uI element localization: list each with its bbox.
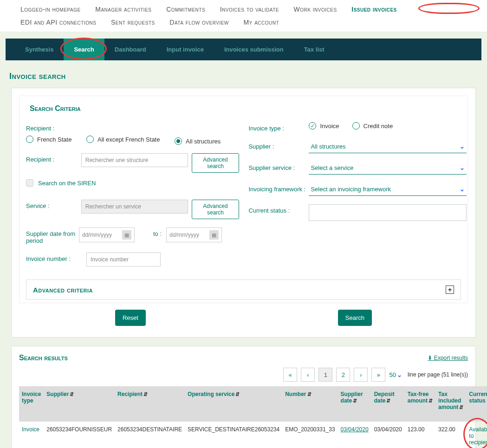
radio-except-french[interactable]: All except French State [86, 136, 160, 143]
pager-prev[interactable]: ‹ [301, 368, 315, 382]
calendar-icon: ▦ [209, 230, 219, 240]
sort-icon: ⇵ [459, 404, 463, 410]
sort-icon: ⇵ [235, 391, 240, 397]
nav-logged-in[interactable]: Logged-in homepage [14, 3, 87, 16]
radio-all-structures[interactable]: All structures [175, 137, 221, 145]
advanced-criteria-bar[interactable]: Advanced criteria + [26, 279, 461, 300]
calendar-icon: ▦ [122, 230, 131, 240]
pager-page-2[interactable]: 2 [336, 368, 350, 382]
framework-dropdown[interactable]: Select an invoicing framework ⌄ [309, 183, 467, 196]
to-label: to : [135, 227, 166, 237]
invoice-number-input[interactable] [86, 253, 161, 266]
recipient-advanced-search[interactable]: Advanced search [192, 153, 240, 173]
framework-label: Invoicing framework : [248, 183, 309, 193]
th-deposit-date[interactable]: Deposit date⇵ [371, 386, 405, 422]
supplier-label: Supplier : [248, 140, 309, 150]
pager-first[interactable]: « [283, 368, 297, 382]
tab-input[interactable]: Input invoice [156, 39, 214, 60]
cell-supplier: 26053234FOURNISSEUR [44, 422, 115, 448]
date-from[interactable]: dd/mm/yyyy▦ [79, 227, 135, 242]
tab-submission[interactable]: Invoices submission [214, 39, 294, 60]
highlight-issued-invoices [418, 3, 480, 14]
th-supplier[interactable]: Supplier⇵ [44, 386, 115, 422]
sort-icon: ⇵ [70, 391, 74, 397]
siren-checkbox[interactable] [26, 179, 33, 187]
nav-sent[interactable]: Sent requests [104, 16, 162, 29]
chevron-down-icon: ⌄ [460, 186, 465, 193]
invoice-type-label: Invoice type : [248, 122, 309, 132]
supplier-service-dropdown[interactable]: Select a service ⌄ [309, 162, 467, 175]
radio-french-state[interactable]: French State [26, 136, 71, 143]
nav-work[interactable]: Work invoices [287, 3, 344, 16]
check-invoice[interactable]: Invoice [309, 122, 339, 130]
results-panel: Search results ⬇ Export results « ‹ 1 2 … [11, 346, 476, 448]
pager-last[interactable]: » [371, 368, 385, 382]
pager-next[interactable]: › [354, 368, 368, 382]
cell-deposit-date: 03/04/2020 [371, 422, 405, 448]
current-status-label: Current status : [248, 204, 309, 214]
chevron-down-icon: ⌄ [397, 371, 402, 378]
pager-page-1[interactable]: 1 [318, 368, 332, 382]
reset-button[interactable]: Reset [115, 310, 146, 326]
sort-icon: ⇵ [307, 391, 312, 397]
sort-icon: ⇵ [386, 398, 390, 403]
nav-manager[interactable]: Manager activities [89, 3, 158, 16]
criteria-title: Search Criteria [30, 104, 461, 113]
page-title: Invoice search [0, 60, 487, 86]
recipient2-label: Recipient : [26, 153, 81, 163]
tab-search[interactable]: Search [64, 39, 104, 60]
th-supplier-date[interactable]: Supplier date⇵ [338, 386, 371, 422]
cell-tax-included: 322.00 [435, 422, 466, 448]
recipient-label: Recipient : [26, 122, 86, 132]
th-invoice-type[interactable]: Invoice type [19, 386, 44, 422]
current-status-input[interactable] [309, 204, 467, 221]
th-operating-service[interactable]: Operating service⇵ [185, 386, 282, 422]
service-advanced-search[interactable]: Advanced search [192, 200, 240, 219]
check-credit-note[interactable]: Credit note [352, 122, 393, 130]
invoice-num-label: Invoice number : [26, 253, 86, 262]
per-page-select[interactable]: 50⌄ [389, 371, 402, 378]
cell-tax-free: 123.00 [405, 422, 435, 448]
nav-commitments[interactable]: Commitments [160, 3, 212, 16]
from-label: from [63, 227, 79, 237]
cell-supplier-date[interactable]: 03/04/2020 [338, 422, 371, 448]
nav-dataflow[interactable]: Data flow overview [163, 16, 235, 29]
th-tax-included[interactable]: Tax included amount⇵ [435, 386, 466, 422]
chevron-down-icon: ⌄ [460, 143, 465, 150]
sort-icon: ⇵ [353, 398, 357, 403]
th-tax-free[interactable]: Tax-free amount⇵ [405, 386, 435, 422]
results-table: Invoice type Supplier⇵ Recipient⇵ Operat… [19, 386, 487, 448]
sub-nav: Synthesis Search Dashboard Input invoice… [6, 39, 481, 60]
cell-number: EMO_20200331_33 [282, 422, 338, 448]
cell-current-status: Available to recipient [466, 422, 487, 448]
tab-taxlist[interactable]: Tax list [294, 39, 335, 60]
th-recipient[interactable]: Recipient⇵ [115, 386, 185, 422]
nav-edi[interactable]: EDI and API connections [14, 16, 103, 29]
sort-icon: ⇵ [429, 398, 433, 403]
siren-label: Search on the SIREN [38, 180, 96, 187]
search-button[interactable]: Search [338, 310, 372, 326]
cell-invoice-type: Invoice [19, 422, 44, 448]
table-row[interactable]: Invoice 26053234FOURNISSEUR 26053234DEST… [19, 422, 487, 448]
supplier-dropdown[interactable]: All structures ⌄ [309, 140, 467, 153]
plus-icon: + [446, 286, 454, 294]
results-title: Search results [19, 354, 68, 362]
cell-recipient: 26053234DESTINATAIRE [115, 422, 185, 448]
nav-validate[interactable]: Invoices to validate [214, 3, 286, 16]
pagination: « ‹ 1 2 › » 50⌄ line per page (51 line(s… [19, 368, 468, 382]
tab-synthesis[interactable]: Synthesis [15, 39, 64, 60]
date-to[interactable]: dd/mm/yyyy▦ [166, 227, 222, 242]
service-input[interactable] [81, 200, 188, 214]
nav-issued[interactable]: Issued invoices [345, 3, 403, 16]
tab-dashboard[interactable]: Dashboard [104, 39, 156, 60]
cell-operating-service: SERVICE_DESTINATAIRE26053234 [185, 422, 282, 448]
recipient-input[interactable] [81, 153, 188, 167]
line-info: line per page (51 line(s)) [408, 371, 468, 378]
th-current-status[interactable]: Current status [466, 386, 487, 422]
top-nav: Logged-in homepage Manager activities Co… [0, 0, 487, 32]
nav-account[interactable]: My account [237, 16, 286, 29]
export-results[interactable]: ⬇ Export results [428, 355, 468, 361]
date-label: Supplier date period [26, 227, 63, 244]
th-number[interactable]: Number⇵ [282, 386, 338, 422]
criteria-panel: Search Criteria Recipient : French State… [11, 88, 476, 338]
